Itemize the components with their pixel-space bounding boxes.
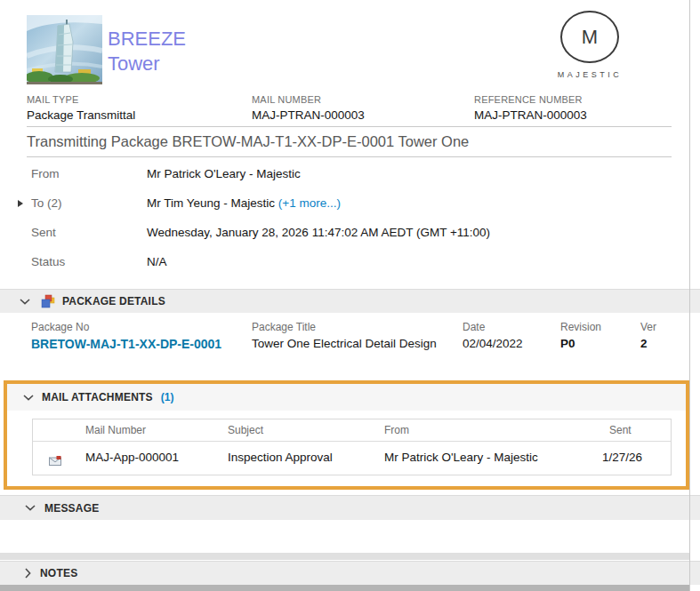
from-row: From Mr Patrick O'Leary - Majestic xyxy=(0,167,676,183)
package-ver-column: Ver 2 xyxy=(640,321,656,350)
to-recipient: Mr Tim Yeung - Majestic xyxy=(147,196,275,210)
org-logo-monogram: M xyxy=(560,11,619,63)
to-row: To (2) Mr Tim Yeung - Majestic (+1 more.… xyxy=(0,196,676,212)
reference-number-label: REFERENCE NUMBER xyxy=(474,94,587,105)
package-date-header: Date xyxy=(463,321,523,333)
attachments-table-header: Mail Number Subject From Sent xyxy=(33,419,671,442)
package-details-title: PACKAGE DETAILS xyxy=(62,295,165,307)
attachment-sent: 1/27/26 xyxy=(602,442,642,474)
section-gap xyxy=(0,553,689,560)
col-mail-number: Mail Number xyxy=(85,419,146,441)
from-label: From xyxy=(31,167,60,180)
mail-number-value: MAJ-PTRAN-000003 xyxy=(252,108,365,122)
org-logo-name: MAJESTIC xyxy=(553,70,626,79)
mail-type-label: MAIL TYPE xyxy=(27,94,135,105)
project-title: BREEZE Tower xyxy=(108,27,186,76)
package-title-value: Tower One Electrical Detail Design xyxy=(252,337,437,350)
attachment-row[interactable]: MAJ-App-000001 Inspection Approval Mr Pa… xyxy=(33,442,671,474)
mail-attachments-highlight-box: MAIL ATTACHMENTS (1) Mail Number Subject… xyxy=(4,380,689,490)
bottom-scrollbar-track[interactable] xyxy=(0,585,689,591)
chevron-right-icon xyxy=(25,568,31,579)
mail-type-value: Package Transmittal xyxy=(27,108,135,122)
divider xyxy=(27,126,672,127)
to-more-link[interactable]: (+1 more...) xyxy=(278,196,341,210)
mail-number-label: MAIL NUMBER xyxy=(252,94,365,105)
project-title-line2: Tower xyxy=(108,52,186,76)
chevron-down-icon xyxy=(20,299,30,305)
message-section-header[interactable]: MESSAGE xyxy=(0,495,700,520)
attachment-from: Mr Patrick O'Leary - Majestic xyxy=(384,442,538,474)
reference-number-value: MAJ-PTRAN-000003 xyxy=(474,108,587,122)
org-logo: M MAJESTIC xyxy=(553,11,626,79)
message-title: MESSAGE xyxy=(44,502,99,515)
attachment-subject: Inspection Approval xyxy=(228,442,333,474)
package-no-header: Package No xyxy=(31,321,221,333)
to-label: To (2) xyxy=(31,196,62,210)
package-icon xyxy=(41,294,55,308)
mail-attachments-count: (1) xyxy=(161,391,174,403)
project-logo-image xyxy=(27,15,102,84)
package-title-header: Package Title xyxy=(252,321,437,333)
status-value: N/A xyxy=(147,255,167,268)
mail-envelope-icon xyxy=(49,453,61,469)
chevron-down-icon xyxy=(23,395,34,401)
package-details-section-header[interactable]: PACKAGE DETAILS xyxy=(0,289,700,313)
mail-attachments-section-header[interactable]: MAIL ATTACHMENTS (1) xyxy=(7,384,686,411)
sent-label: Sent xyxy=(31,226,56,239)
notes-title: NOTES xyxy=(40,567,77,579)
col-subject: Subject xyxy=(228,419,263,441)
col-from: From xyxy=(384,419,409,441)
package-title-column: Package Title Tower One Electrical Detai… xyxy=(252,321,437,350)
reference-number-field: REFERENCE NUMBER MAJ-PTRAN-000003 xyxy=(474,94,587,122)
project-title-line1: BREEZE xyxy=(108,27,186,52)
package-no-link[interactable]: BRETOW-MAJ-T1-XX-DP-E-0001 xyxy=(31,337,221,351)
to-value: Mr Tim Yeung - Majestic (+1 more...) xyxy=(147,196,341,210)
mail-subject-title: Transmitting Package BRETOW-MAJ-T1-XX-DP… xyxy=(27,133,469,150)
package-revision-column: Revision P0 xyxy=(560,321,601,350)
to-expander-icon[interactable] xyxy=(18,200,23,207)
status-row: Status N/A xyxy=(0,255,676,271)
mail-number-field: MAIL NUMBER MAJ-PTRAN-000003 xyxy=(252,94,365,122)
notes-section-header[interactable]: NOTES xyxy=(0,561,700,585)
package-ver-header: Ver xyxy=(640,321,656,333)
package-date-value: 02/04/2022 xyxy=(463,337,523,350)
package-no-column: Package No BRETOW-MAJ-T1-XX-DP-E-0001 xyxy=(31,321,221,351)
col-sent: Sent xyxy=(609,419,632,441)
package-ver-value: 2 xyxy=(640,337,656,350)
attachments-table: Mail Number Subject From Sent MAJ-App-00… xyxy=(32,419,672,475)
mail-attachments-title: MAIL ATTACHMENTS xyxy=(42,391,153,403)
sent-row: Sent Wednesday, January 28, 2026 11:47:0… xyxy=(0,226,676,242)
package-date-column: Date 02/04/2022 xyxy=(463,321,523,350)
status-label: Status xyxy=(31,255,65,268)
from-value: Mr Patrick O'Leary - Majestic xyxy=(147,167,301,180)
mail-type-field: MAIL TYPE Package Transmittal xyxy=(27,94,135,122)
attachment-mail-number[interactable]: MAJ-App-000001 xyxy=(85,442,179,474)
panel-divider xyxy=(689,0,690,591)
sent-value: Wednesday, January 28, 2026 11:47:02 AM … xyxy=(147,226,490,239)
divider xyxy=(27,156,672,157)
package-revision-header: Revision xyxy=(560,321,601,333)
chevron-down-icon xyxy=(25,505,36,511)
package-revision-value: P0 xyxy=(560,337,601,350)
